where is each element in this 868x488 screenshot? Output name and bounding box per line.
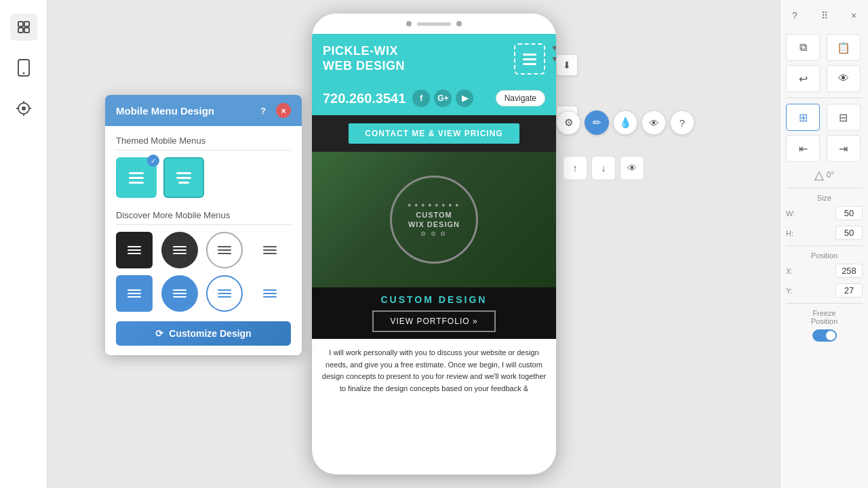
hamburger-lines	[523, 54, 536, 65]
themed-menu-option-2[interactable]	[163, 157, 204, 198]
hero-section: ✦✦✦✦✦✦✦✦ CUSTOM WIX DESIGN ⚙ ⚙ ⚙	[312, 152, 556, 287]
themed-menu-option-1[interactable]: ✓	[116, 157, 157, 198]
rp-degree-value: 0°	[827, 170, 834, 182]
arrow-down-button[interactable]: ↓	[591, 156, 616, 180]
right-panel-tools-grid: ⧉ 📋 ↩ 👁	[786, 34, 863, 92]
contact-bar: 720.260.3541 f G+ ▶ Navigate	[312, 84, 556, 115]
hamburger-icon-2	[176, 172, 191, 184]
menu-style-gray-circle[interactable]	[206, 232, 243, 268]
right-panel-header: ? ⠿ ×	[786, 7, 863, 24]
rp-position-label: Position	[786, 251, 863, 260]
svg-rect-0	[18, 22, 23, 26]
rp-divider-1	[786, 98, 863, 98]
rp-h-value[interactable]: 50	[835, 226, 863, 240]
menu-style-blue-filled[interactable]	[116, 275, 153, 312]
custom-design-section: CUSTOM DESIGN VIEW PORTFOLIO »	[312, 287, 556, 339]
menu-style-black-filled[interactable]	[116, 232, 153, 268]
selected-checkmark: ✓	[147, 155, 159, 167]
drop-tool-button[interactable]: 💧	[613, 110, 637, 135]
rp-align-tool-2[interactable]: ⇥	[827, 135, 861, 162]
menu-style-blue-circle-outline[interactable]	[206, 275, 243, 312]
rp-layout-tool-1[interactable]: ⊞	[786, 104, 820, 131]
download-icon[interactable]: ⬇	[556, 54, 578, 76]
help-tool-button[interactable]: ?	[670, 110, 694, 135]
rp-x-value[interactable]: 258	[835, 264, 863, 278]
rp-width-row: W: 50	[786, 206, 863, 220]
rp-copy-tool[interactable]: ⧉	[786, 34, 820, 61]
gear-tool-button[interactable]: ⚙	[556, 110, 580, 135]
arrow-up-button[interactable]: ↑	[563, 156, 587, 180]
customize-design-button[interactable]: ⟳ Customize Design	[116, 321, 291, 346]
panel-header-actions: ? ×	[256, 103, 291, 118]
pencil-tool-button[interactable]: ✏	[585, 110, 609, 135]
svg-point-7	[22, 106, 26, 110]
rp-paste-tool[interactable]: 📋	[827, 34, 861, 61]
arrow-down-2: ▼	[551, 54, 556, 64]
ham-lines-only	[263, 246, 277, 254]
logo-line2: WEB DESIGN	[323, 59, 405, 74]
arrow-controls: ↑ ↓ 👁	[563, 156, 644, 180]
body-text-section: I will work personally with you to discu…	[312, 339, 556, 403]
site-logo: PICKLE-WIX WEB DESIGN	[323, 44, 405, 73]
menu-style-lines-blue[interactable]	[252, 275, 288, 312]
panel-help-button[interactable]: ?	[256, 103, 271, 118]
phone-notch	[312, 14, 556, 34]
navigate-button[interactable]: Navigate	[496, 90, 545, 106]
svg-rect-2	[18, 28, 23, 33]
panel-body: Themed Mobile Menus ✓ Discover More Mobi…	[105, 126, 302, 355]
eye-tool-button[interactable]: 👁	[642, 110, 666, 135]
panel-title: Mobile Menu Design	[116, 105, 214, 117]
rp-triangle-icon[interactable]: △	[814, 167, 824, 182]
contact-cta-bar: CONTACT ME & VIEW PRICING	[312, 115, 556, 152]
rp-x-label: X:	[786, 267, 793, 275]
themed-section-title: Themed Mobile Menus	[116, 136, 291, 150]
right-panel-grid-icon[interactable]: ⠿	[816, 7, 833, 24]
rp-size-label: Size	[786, 194, 863, 202]
freeze-position-toggle[interactable]	[812, 329, 837, 342]
phone-preview: PICKLE-WIX WEB DESIGN ▼ ▼ 720.260.3541 f	[312, 14, 556, 474]
phone-content: PICKLE-WIX WEB DESIGN ▼ ▼ 720.260.3541 f	[312, 34, 556, 474]
view-button[interactable]: 👁	[620, 156, 644, 180]
ham-black-filled	[127, 246, 141, 254]
rp-align-tool-1[interactable]: ⇤	[786, 135, 820, 162]
rp-w-value[interactable]: 50	[835, 206, 863, 220]
eye-crosshair-icon[interactable]	[10, 95, 37, 122]
menu-style-blue-circle[interactable]	[161, 275, 198, 312]
rp-undo-tool[interactable]: ↩	[786, 65, 820, 92]
rp-layout-tool-2[interactable]: ⊟	[827, 104, 861, 131]
menu-style-lines-only[interactable]	[252, 232, 288, 268]
more-menus-row-2	[116, 275, 291, 312]
site-toolbar-row: ⚙ ✏ 💧 👁 ?	[556, 110, 694, 135]
right-panel-help-icon[interactable]: ?	[786, 7, 804, 24]
mobile-icon[interactable]	[10, 54, 37, 81]
rp-freeze-label: FreezePosition	[786, 309, 863, 325]
arrow-down-1: ▼	[551, 43, 556, 53]
right-panel: ? ⠿ × ⧉ 📋 ↩ 👁 ⊞ ⊟ ⇤ ⇥ △ 0° Size W: 50 H:…	[780, 0, 868, 488]
rp-divider-2	[786, 188, 863, 188]
facebook-icon[interactable]: f	[412, 89, 430, 107]
youtube-icon[interactable]: ▶	[456, 89, 473, 107]
rp-hide-tool[interactable]: 👁	[827, 65, 861, 92]
right-panel-close-icon[interactable]: ×	[845, 7, 863, 24]
menu-style-black-circle[interactable]	[161, 232, 198, 268]
seal-badge: ✦✦✦✦✦✦✦✦ CUSTOM WIX DESIGN ⚙ ⚙ ⚙	[390, 176, 478, 264]
contact-cta-button[interactable]: CONTACT ME & VIEW PRICING	[349, 123, 519, 144]
rp-height-row: H: 50	[786, 226, 863, 240]
rp-divider-3	[786, 245, 863, 246]
mobile-menu-design-panel: Mobile Menu Design ? × Themed Mobile Men…	[105, 95, 302, 355]
site-hamburger-button[interactable]	[514, 43, 545, 75]
google-icon[interactable]: G+	[434, 89, 452, 107]
rp-y-row: Y: 27	[786, 283, 863, 298]
phone-dot-right	[456, 21, 462, 26]
discover-section: Discover More Mobile Menus	[116, 210, 291, 312]
svg-point-5	[22, 73, 24, 75]
customize-label: Customize Design	[169, 328, 251, 339]
panel-close-button[interactable]: ×	[276, 103, 291, 118]
rp-y-value[interactable]: 27	[835, 283, 863, 298]
ham-gray-circle	[218, 246, 231, 254]
themed-menus-row: ✓	[116, 157, 291, 198]
pages-icon[interactable]	[10, 14, 37, 41]
portfolio-button[interactable]: VIEW PORTFOLIO »	[372, 310, 495, 332]
svg-rect-1	[24, 22, 29, 26]
ham-blue-circle	[173, 289, 186, 298]
